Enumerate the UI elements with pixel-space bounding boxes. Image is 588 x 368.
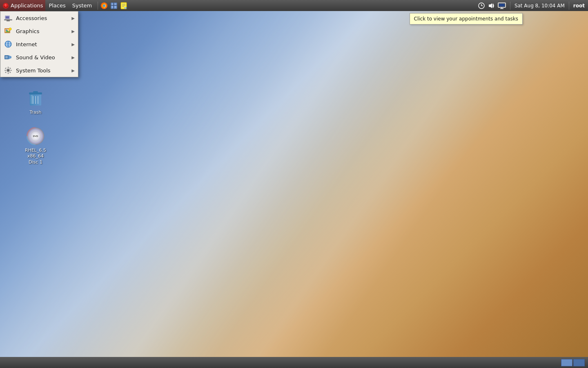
firefox-quicklaunch[interactable]: [100, 1, 109, 10]
svg-rect-50: [8, 67, 9, 68]
desktop-switcher-2[interactable]: [573, 359, 585, 366]
applications-label: Applications: [11, 2, 43, 9]
system-tools-arrow: ▶: [71, 68, 75, 73]
menu-item-graphics[interactable]: Graphics ▶: [0, 25, 78, 38]
taskbar-left: Applications Places System: [0, 0, 130, 11]
accessories-label: Accessories: [16, 15, 71, 21]
dvd-icon-label: RHEL_6.5 x86_64 Disc 1: [21, 148, 50, 165]
home-quicklaunch[interactable]: [109, 1, 118, 10]
texteditor-quicklaunch[interactable]: [119, 1, 128, 10]
internet-icon: [4, 40, 13, 49]
svg-rect-10: [111, 6, 114, 8]
redhat-icon: [2, 2, 9, 9]
tooltip-text: Click to view your appointments and task…: [414, 16, 518, 22]
speaker-icon: [488, 2, 494, 9]
svg-rect-26: [499, 4, 505, 7]
svg-point-38: [10, 29, 11, 30]
internet-arrow: ▶: [71, 42, 75, 47]
system-label: System: [72, 2, 92, 9]
quick-launch-bar: [95, 0, 130, 11]
menu-item-accessories[interactable]: Accessories ▶: [0, 11, 78, 25]
network-monitor-icon: [498, 2, 506, 9]
calendar-tooltip: Click to view your appointments and task…: [410, 13, 523, 25]
applications-menu: Accessories ▶ Graphics ▶: [0, 11, 78, 77]
dvd-icon-image: DVD: [26, 126, 45, 146]
accessories-arrow: ▶: [71, 16, 75, 20]
svg-rect-32: [7, 20, 10, 21]
svg-rect-47: [5, 56, 8, 58]
graphics-label: Graphics: [16, 28, 71, 34]
svg-rect-11: [114, 6, 116, 8]
menu-item-internet[interactable]: Internet ▶: [0, 38, 78, 51]
svg-rect-54: [5, 67, 7, 69]
volume-icon[interactable]: [488, 2, 494, 9]
username-display: root: [573, 3, 585, 9]
trash-icon-label: Trash: [29, 110, 41, 115]
clock-icon: [478, 2, 485, 9]
accessories-icon: [4, 13, 13, 22]
sound-video-arrow: ▶: [71, 55, 75, 60]
svg-rect-8: [111, 3, 114, 5]
clock-applet-icon[interactable]: [478, 2, 485, 9]
svg-rect-9: [114, 3, 116, 5]
svg-point-3: [5, 4, 6, 6]
svg-rect-51: [8, 72, 9, 74]
svg-rect-55: [9, 72, 11, 73]
system-tools-label: System Tools: [16, 67, 71, 74]
svg-rect-53: [10, 70, 12, 71]
menu-applications[interactable]: Applications: [0, 0, 45, 11]
home-icon: [110, 2, 118, 9]
system-tools-icon: [4, 66, 13, 75]
graphics-icon: [4, 27, 13, 36]
menu-item-sound-video[interactable]: Sound & Video ▶: [0, 51, 78, 64]
trash-icon-image: [26, 88, 45, 108]
network-icon[interactable]: [498, 2, 506, 9]
svg-rect-57: [9, 67, 11, 69]
menu-item-system-tools[interactable]: System Tools ▶: [0, 64, 78, 77]
internet-label: Internet: [16, 41, 71, 47]
clock-display: Sat Aug 8, 10:04 AM: [514, 3, 565, 9]
desktop-switcher-1[interactable]: [561, 359, 572, 366]
places-label: Places: [49, 2, 65, 9]
svg-rect-65: [31, 95, 33, 104]
sound-video-label: Sound & Video: [16, 54, 71, 61]
top-taskbar: Applications Places System: [0, 0, 588, 11]
graphics-arrow: ▶: [71, 29, 75, 34]
menu-places[interactable]: Places: [45, 0, 69, 11]
svg-rect-31: [4, 19, 12, 20]
svg-marker-46: [9, 55, 11, 59]
svg-text:DVD: DVD: [33, 135, 38, 137]
taskbar-right: Sat Aug 8, 10:04 AM root: [475, 0, 588, 11]
trash-desktop-icon[interactable]: Trash: [19, 87, 52, 117]
desktop-area: root's Home: [0, 11, 588, 368]
sound-video-icon: [4, 53, 13, 62]
svg-rect-30: [6, 16, 9, 18]
svg-rect-56: [5, 72, 7, 73]
texteditor-icon: [120, 2, 127, 9]
svg-marker-24: [489, 3, 492, 8]
dvd-icon-svg: DVD: [27, 127, 45, 145]
desktop-switcher: [561, 359, 585, 366]
dvd-desktop-icon[interactable]: DVD RHEL_6.5 x86_64 Disc 1: [19, 125, 52, 167]
bottom-taskbar: [0, 357, 588, 368]
menu-system[interactable]: System: [69, 0, 95, 11]
svg-rect-61: [33, 91, 38, 93]
svg-point-49: [7, 70, 9, 71]
firefox-icon: [100, 2, 108, 9]
trash-icon-svg: [27, 89, 44, 107]
svg-rect-52: [4, 70, 6, 71]
